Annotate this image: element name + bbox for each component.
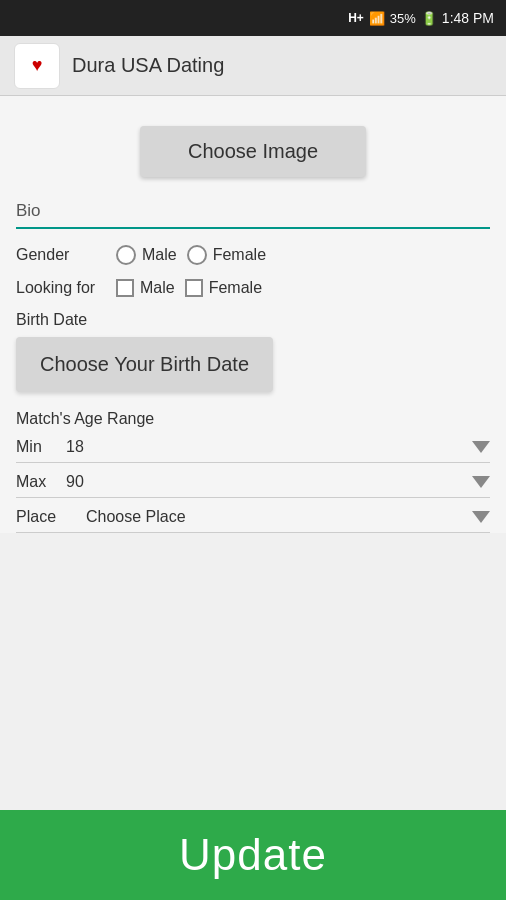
gender-female-radio[interactable] <box>187 245 207 265</box>
place-dropdown-arrow[interactable] <box>472 511 490 523</box>
app-logo: ♥ <box>14 43 60 89</box>
birth-date-label: Birth Date <box>16 311 490 329</box>
app-bar: ♥ Dura USA Dating <box>0 36 506 96</box>
app-title: Dura USA Dating <box>72 54 224 77</box>
looking-male-option[interactable]: Male <box>116 279 175 297</box>
gender-female-option[interactable]: Female <box>187 245 266 265</box>
gender-female-label: Female <box>213 246 266 264</box>
gender-male-radio[interactable] <box>116 245 136 265</box>
gender-male-label: Male <box>142 246 177 264</box>
battery-pct: 35% <box>390 11 416 26</box>
max-dropdown-arrow[interactable] <box>472 476 490 488</box>
place-row: Place Choose Place <box>16 508 490 533</box>
looking-female-checkbox[interactable] <box>185 279 203 297</box>
max-value: 90 <box>66 473 472 491</box>
min-dropdown-arrow[interactable] <box>472 441 490 453</box>
place-label: Place <box>16 508 76 526</box>
time-display: 1:48 PM <box>442 10 494 26</box>
looking-female-label: Female <box>209 279 262 297</box>
bio-row: Bio <box>16 201 490 229</box>
gender-row: Gender Male Female <box>16 245 490 265</box>
gender-label: Gender <box>16 246 106 264</box>
min-age-row: Min 18 <box>16 438 490 463</box>
looking-male-checkbox[interactable] <box>116 279 134 297</box>
birth-date-button[interactable]: Choose Your Birth Date <box>16 337 273 392</box>
network-type: H+ <box>348 11 364 25</box>
heart-icon: ♥ <box>32 55 43 75</box>
bio-input[interactable] <box>49 203 490 225</box>
max-label: Max <box>16 473 66 491</box>
looking-for-label: Looking for <box>16 279 106 297</box>
choose-image-button[interactable]: Choose Image <box>140 126 366 177</box>
min-value: 18 <box>66 438 472 456</box>
signal-icon: 📶 <box>369 11 385 26</box>
looking-for-row: Looking for Male Female <box>16 279 490 297</box>
age-range-label: Match's Age Range <box>16 410 490 428</box>
gender-male-option[interactable]: Male <box>116 245 177 265</box>
max-age-row: Max 90 <box>16 473 490 498</box>
bio-label: Bio <box>16 201 41 225</box>
looking-male-label: Male <box>140 279 175 297</box>
looking-female-option[interactable]: Female <box>185 279 262 297</box>
main-content: Choose Image Bio Gender Male Female Look… <box>0 96 506 533</box>
place-value[interactable]: Choose Place <box>86 508 462 526</box>
status-bar: H+ 📶 35% 🔋 1:48 PM <box>0 0 506 36</box>
update-button[interactable]: Update <box>0 810 506 900</box>
min-label: Min <box>16 438 66 456</box>
battery-icon: 🔋 <box>421 11 437 26</box>
status-icons: H+ 📶 35% 🔋 1:48 PM <box>348 10 494 26</box>
